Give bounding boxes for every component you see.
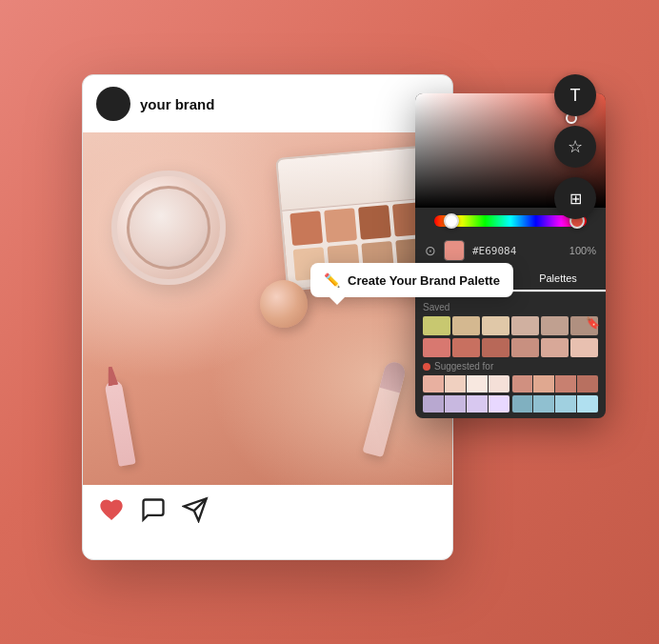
sp-2-1[interactable] [512, 375, 533, 392]
saved-color-12[interactable] [570, 338, 598, 357]
right-toolbar: T ☆ ⊞ [554, 74, 596, 219]
sp-2-4[interactable] [577, 375, 598, 392]
sp-3-1[interactable] [423, 395, 444, 413]
card-actions [83, 485, 452, 534]
sp-3-2[interactable] [445, 395, 466, 413]
text-icon: T [570, 86, 581, 106]
avatar [96, 87, 130, 121]
saved-color-5[interactable] [541, 316, 569, 335]
tab-palettes[interactable]: Palettes [510, 267, 606, 292]
saved-color-2[interactable] [452, 316, 480, 335]
sp-2-2[interactable] [533, 375, 554, 392]
sp-4-2[interactable] [533, 395, 554, 413]
sp-1-1[interactable] [423, 375, 444, 392]
sp-4-4[interactable] [577, 395, 598, 413]
sp-4-1[interactable] [512, 395, 533, 413]
tooltip-text: Create Your Brand Palette [348, 273, 500, 288]
sp-2-3[interactable] [555, 375, 576, 392]
main-scene: your brand ✓ [53, 46, 606, 598]
current-color-swatch [444, 240, 465, 261]
sp-1-3[interactable] [467, 375, 488, 392]
suggested-dot [423, 363, 430, 371]
suggested-row-2 [512, 375, 599, 392]
sp-1-2[interactable] [445, 375, 466, 392]
like-button[interactable] [98, 496, 125, 523]
suggested-row-1 [423, 375, 509, 392]
suggested-text: Suggested for [434, 361, 493, 372]
swatch-2 [324, 208, 357, 242]
eyedropper-icon[interactable]: ⊙ [425, 243, 436, 258]
saved-color-7[interactable] [423, 338, 450, 357]
grid-icon: ⊞ [569, 190, 582, 208]
saved-color-3[interactable] [482, 316, 509, 335]
saved-palette-row-1: 🔖 [423, 316, 598, 335]
card-image [83, 132, 452, 485]
instagram-card: your brand ✓ [82, 74, 453, 560]
palette-lid [277, 147, 429, 211]
saved-color-8[interactable] [452, 338, 480, 357]
compact-mirror [111, 171, 226, 285]
card-header: your brand ✓ [83, 75, 452, 132]
saved-color-11[interactable] [541, 338, 569, 357]
comment-button[interactable] [140, 496, 167, 523]
sp-4-3[interactable] [555, 395, 576, 413]
saved-label: Saved [423, 302, 598, 312]
brand-name: your brand [140, 96, 410, 112]
color-hex-value[interactable]: #E69084 [472, 245, 562, 257]
sp-3-4[interactable] [489, 395, 509, 413]
saved-color-1[interactable] [423, 316, 450, 335]
palettes-section: Saved 🔖 [415, 298, 606, 418]
star-button[interactable]: ☆ [554, 126, 596, 168]
sp-3-3[interactable] [467, 395, 488, 413]
saved-color-10[interactable] [511, 338, 539, 357]
color-value-row: ⊙ #E69084 100% [415, 234, 606, 267]
saved-palette-row-2 [423, 338, 598, 357]
text-tool-button[interactable]: T [554, 74, 596, 116]
suggested-label-row: Suggested for [423, 361, 598, 372]
tooltip-pencil-icon: ✏️ [324, 272, 340, 288]
share-button[interactable] [182, 496, 209, 523]
hue-handle-left [444, 213, 459, 229]
grid-button[interactable]: ⊞ [554, 177, 596, 219]
swatch-3 [358, 205, 391, 239]
swatch-1 [290, 211, 323, 246]
suggested-palette-grid [423, 375, 598, 413]
star-icon: ☆ [568, 136, 583, 157]
color-opacity-value[interactable]: 100% [569, 245, 596, 256]
sp-1-4[interactable] [489, 375, 509, 392]
suggested-row-4 [512, 395, 599, 413]
suggested-row-3 [423, 395, 509, 413]
saved-color-4[interactable] [511, 316, 539, 335]
bookmark-icon[interactable]: 🔖 [586, 316, 600, 330]
tooltip: ✏️ Create Your Brand Palette [310, 263, 513, 297]
saved-color-9[interactable] [482, 338, 509, 357]
